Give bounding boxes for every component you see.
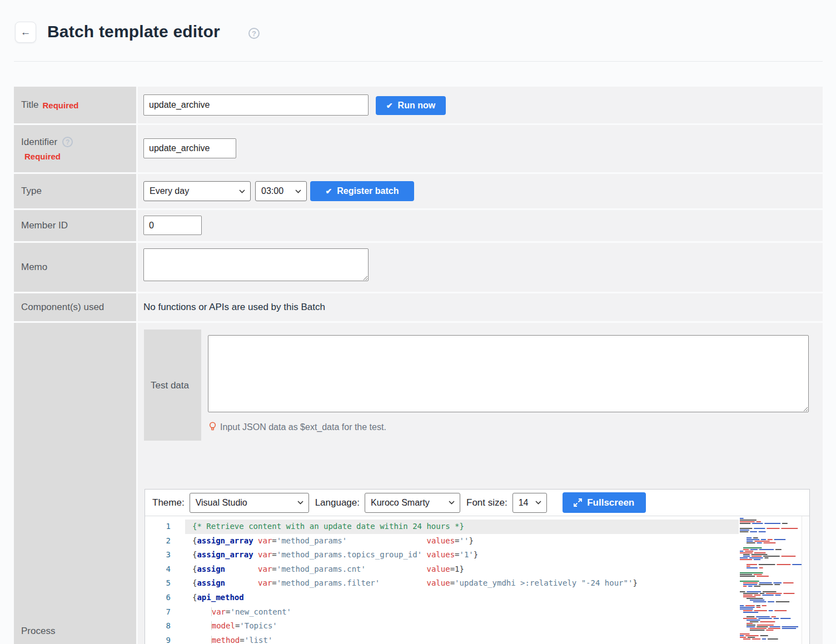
- schedule-select[interactable]: Every day: [143, 181, 251, 201]
- code-line[interactable]: 4{assign var='method_params.cnt' value=1…: [145, 562, 739, 577]
- line-number: 3: [145, 548, 171, 562]
- line-number: 9: [145, 633, 171, 644]
- type-label: Type: [21, 186, 42, 197]
- line-number: 6: [145, 591, 171, 605]
- page-title: Batch template editor: [47, 22, 220, 41]
- identifier-row-value: [138, 125, 823, 172]
- test-data-label: Test data: [144, 330, 201, 441]
- fullscreen-icon: [574, 498, 582, 507]
- checkmark-icon: ✔: [386, 101, 393, 110]
- process-label: Process: [21, 626, 55, 637]
- editor-scrollbar[interactable]: [802, 516, 809, 644]
- components-row-value: No functions or APIs are used by this Ba…: [138, 293, 823, 321]
- fullscreen-button[interactable]: Fullscreen: [563, 492, 646, 513]
- test-data-textarea[interactable]: [208, 335, 809, 412]
- member-id-label: Member ID: [21, 220, 68, 231]
- code-line[interactable]: 1{* Retrieve content with an update date…: [145, 520, 739, 534]
- line-number: 1: [145, 520, 171, 534]
- test-data-hint: Input JSON data as $ext_data for the tes…: [209, 422, 386, 432]
- member-id-row-value: [138, 210, 823, 241]
- code-line[interactable]: 3{assign_array var='method_params.topics…: [145, 548, 739, 562]
- identifier-input[interactable]: [143, 138, 236, 158]
- identifier-required-badge: Required: [24, 152, 61, 161]
- member-id-row-label: Member ID: [14, 210, 136, 241]
- checkmark-icon: ✔: [326, 187, 332, 196]
- editor-minimap[interactable]: [739, 516, 802, 644]
- identifier-row-label: Identifier ? Required: [14, 125, 136, 172]
- components-value: No functions or APIs are used by this Ba…: [143, 302, 325, 313]
- type-row-label: Type: [14, 174, 136, 208]
- title-input[interactable]: [143, 94, 369, 116]
- language-select[interactable]: Kuroco Smarty: [365, 493, 460, 513]
- header-divider: [14, 61, 823, 62]
- theme-label: Theme:: [152, 497, 185, 508]
- member-id-input[interactable]: [143, 216, 202, 235]
- editor-toolbar: Theme: Visual Studio Language: Kuroco Sm…: [145, 490, 809, 516]
- theme-select[interactable]: Visual Studio: [190, 493, 309, 513]
- register-batch-button[interactable]: ✔ Register batch: [310, 181, 414, 201]
- title-label: Title: [21, 99, 39, 111]
- title-row-value: ✔ Run now: [138, 87, 823, 123]
- line-number: 8: [145, 619, 171, 633]
- code-line[interactable]: 5{assign var='method_params.filter' valu…: [145, 576, 739, 591]
- identifier-help-icon[interactable]: ?: [62, 137, 73, 147]
- identifier-label: Identifier: [21, 137, 57, 148]
- chevron-down-icon: [535, 501, 541, 505]
- line-number: 2: [145, 534, 171, 548]
- process-row-label: Process: [14, 323, 136, 644]
- chevron-down-icon: [297, 501, 303, 505]
- code-line[interactable]: 7 var='new_content': [145, 605, 739, 620]
- language-label: Language:: [315, 497, 360, 508]
- code-line[interactable]: 2{assign_array var='method_params' value…: [145, 534, 739, 548]
- code-editor: Theme: Visual Studio Language: Kuroco Sm…: [145, 489, 810, 644]
- code-line[interactable]: 9 method='list': [145, 633, 739, 644]
- type-row-value: Every day 03:00 ✔ Register batch: [138, 174, 823, 208]
- code-line[interactable]: 6{api_method: [145, 591, 739, 605]
- code-content[interactable]: 1{* Retrieve content with an update date…: [145, 520, 739, 644]
- editor-body[interactable]: 1{* Retrieve content with an update date…: [145, 516, 809, 644]
- components-row-label: Component(s) used: [14, 293, 136, 321]
- help-icon[interactable]: ?: [248, 28, 260, 39]
- back-button[interactable]: ←: [15, 22, 36, 43]
- arrow-left-icon: ←: [21, 26, 31, 38]
- chevron-down-icon: [449, 501, 455, 505]
- line-number: 5: [145, 576, 171, 591]
- memo-row-value: [138, 243, 823, 292]
- title-required-badge: Required: [43, 101, 79, 110]
- font-size-select[interactable]: 14: [512, 493, 547, 513]
- chevron-down-icon: [295, 189, 301, 193]
- title-row-label: Title Required: [14, 87, 136, 123]
- code-line[interactable]: 8 model='Topics': [145, 619, 739, 633]
- run-now-button[interactable]: ✔ Run now: [376, 96, 446, 115]
- lightbulb-icon: [209, 422, 216, 432]
- memo-row-label: Memo: [14, 243, 136, 292]
- font-size-label: Font size:: [466, 497, 507, 508]
- memo-label: Memo: [21, 262, 47, 273]
- memo-textarea[interactable]: [143, 248, 369, 281]
- line-number: 4: [145, 562, 171, 577]
- time-select[interactable]: 03:00: [255, 181, 307, 201]
- components-label: Component(s) used: [21, 302, 104, 313]
- chevron-down-icon: [239, 189, 245, 193]
- line-number: 7: [145, 605, 171, 620]
